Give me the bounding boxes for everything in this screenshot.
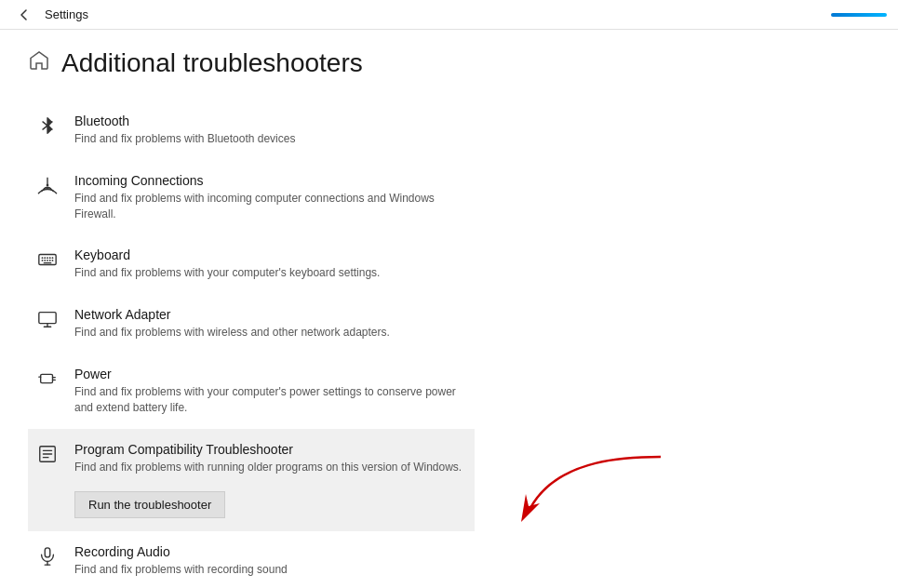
svg-rect-17	[41, 374, 53, 382]
arrow-annotation	[465, 452, 670, 536]
content-area: Additional troubleshooters Bluetooth Fin…	[0, 30, 898, 588]
accent-bar	[831, 13, 887, 17]
bluetooth-name: Bluetooth	[74, 114, 465, 128]
svg-marker-25	[521, 494, 540, 522]
keyboard-item[interactable]: Keyboard Find and fix problems with your…	[28, 234, 475, 294]
bluetooth-item[interactable]: Bluetooth Find and fix problems with Blu…	[28, 100, 475, 160]
network-adapter-name: Network Adapter	[74, 307, 465, 322]
page-title: Additional troubleshooters	[61, 48, 363, 78]
microphone-icon	[37, 544, 74, 567]
incoming-connections-text: Incoming Connections Find and fix proble…	[74, 173, 465, 222]
keyboard-name: Keyboard	[74, 247, 465, 262]
bluetooth-icon	[37, 114, 74, 136]
recording-audio-desc: Find and fix problems with recording sou…	[74, 562, 465, 578]
svg-rect-26	[45, 548, 50, 557]
keyboard-text: Keyboard Find and fix problems with your…	[74, 247, 465, 281]
network-adapter-text: Network Adapter Find and fix problems wi…	[74, 307, 465, 341]
program-compatibility-icon	[37, 442, 74, 464]
app-title: Settings	[45, 7, 88, 21]
recording-audio-text: Recording Audio Find and fix problems wi…	[74, 544, 465, 578]
program-compatibility-text: Program Compatibility Troubleshooter Fin…	[74, 442, 465, 475]
svg-rect-14	[39, 313, 56, 324]
network-adapter-item[interactable]: Network Adapter Find and fix problems wi…	[28, 294, 475, 354]
troubleshooters-list: Bluetooth Find and fix problems with Blu…	[28, 100, 475, 588]
page-header: Additional troubleshooters	[28, 48, 870, 78]
incoming-connections-desc: Find and fix problems with incoming comp…	[74, 191, 465, 222]
power-name: Power	[74, 367, 465, 381]
incoming-connections-name: Incoming Connections	[74, 173, 465, 188]
network-adapter-desc: Find and fix problems with wireless and …	[74, 325, 465, 341]
power-desc: Find and fix problems with your computer…	[74, 384, 465, 416]
recording-audio-item[interactable]: Recording Audio Find and fix problems wi…	[28, 531, 475, 588]
keyboard-icon	[37, 247, 74, 270]
program-compatibility-desc: Find and fix problems with running older…	[74, 460, 465, 475]
recording-audio-name: Recording Audio	[74, 544, 465, 559]
back-button[interactable]	[11, 2, 37, 28]
power-item[interactable]: Power Find and fix problems with your co…	[28, 354, 475, 429]
power-text: Power Find and fix problems with your co…	[74, 367, 465, 416]
run-troubleshooter-button[interactable]: Run the troubleshooter	[74, 491, 225, 518]
power-icon	[37, 367, 74, 389]
keyboard-desc: Find and fix problems with your computer…	[74, 265, 465, 281]
main-area: Additional troubleshooters Bluetooth Fin…	[0, 30, 898, 588]
run-btn-container: Run the troubleshooter	[37, 484, 465, 518]
signal-icon	[37, 173, 74, 195]
program-compatibility-item[interactable]: Program Compatibility Troubleshooter Fin…	[28, 429, 475, 532]
incoming-connections-item[interactable]: Incoming Connections Find and fix proble…	[28, 160, 475, 235]
top-bar: Settings	[0, 0, 898, 30]
bluetooth-text: Bluetooth Find and fix problems with Blu…	[74, 114, 465, 147]
program-compatibility-name: Program Compatibility Troubleshooter	[74, 442, 465, 457]
network-adapter-icon	[37, 307, 74, 329]
home-icon	[28, 49, 50, 77]
bluetooth-desc: Find and fix problems with Bluetooth dev…	[74, 131, 465, 147]
